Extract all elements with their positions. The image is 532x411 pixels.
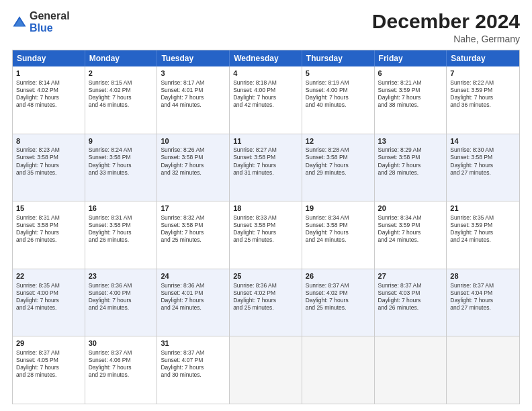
day-number: 4 — [233, 68, 298, 79]
calendar-cell-empty — [375, 336, 447, 404]
calendar-cell-11: 11Sunrise: 8:27 AM Sunset: 3:58 PM Dayli… — [230, 134, 302, 201]
calendar-cell-10: 10Sunrise: 8:26 AM Sunset: 3:58 PM Dayli… — [157, 134, 230, 201]
logo-general: General — [30, 10, 70, 21]
header-monday: Monday — [85, 50, 158, 66]
calendar-row-5: 29Sunrise: 8:37 AM Sunset: 4:05 PM Dayli… — [13, 336, 519, 404]
calendar-cell-31: 31Sunrise: 8:37 AM Sunset: 4:07 PM Dayli… — [157, 336, 230, 404]
calendar-cell-23: 23Sunrise: 8:36 AM Sunset: 4:00 PM Dayli… — [85, 269, 158, 336]
day-number: 9 — [89, 136, 154, 146]
day-info: Sunrise: 8:21 AM Sunset: 3:59 PM Dayligh… — [378, 79, 443, 109]
day-info: Sunrise: 8:36 AM Sunset: 4:01 PM Dayligh… — [161, 282, 226, 312]
day-info: Sunrise: 8:37 AM Sunset: 4:03 PM Dayligh… — [378, 282, 443, 312]
calendar-cell-25: 25Sunrise: 8:36 AM Sunset: 4:02 PM Dayli… — [230, 269, 302, 336]
day-number: 11 — [233, 136, 298, 146]
calendar-cell-7: 7Sunrise: 8:22 AM Sunset: 3:59 PM Daylig… — [447, 66, 519, 134]
calendar-cell-16: 16Sunrise: 8:31 AM Sunset: 3:58 PM Dayli… — [85, 201, 158, 269]
day-info: Sunrise: 8:35 AM Sunset: 3:59 PM Dayligh… — [450, 214, 516, 244]
calendar-cell-2: 2Sunrise: 8:15 AM Sunset: 4:02 PM Daylig… — [85, 66, 158, 134]
day-info: Sunrise: 8:31 AM Sunset: 3:58 PM Dayligh… — [89, 214, 154, 244]
day-info: Sunrise: 8:19 AM Sunset: 4:00 PM Dayligh… — [306, 79, 371, 109]
day-info: Sunrise: 8:29 AM Sunset: 3:58 PM Dayligh… — [378, 146, 443, 176]
day-number: 17 — [161, 203, 226, 214]
day-number: 19 — [306, 203, 371, 214]
day-info: Sunrise: 8:34 AM Sunset: 3:58 PM Dayligh… — [306, 214, 371, 244]
header-thursday: Thursday — [302, 50, 375, 66]
calendar-cell-30: 30Sunrise: 8:37 AM Sunset: 4:06 PM Dayli… — [85, 336, 158, 404]
calendar-row-3: 15Sunrise: 8:31 AM Sunset: 3:58 PM Dayli… — [13, 201, 519, 269]
day-info: Sunrise: 8:37 AM Sunset: 4:05 PM Dayligh… — [16, 349, 81, 379]
calendar-cell-1: 1Sunrise: 8:14 AM Sunset: 4:02 PM Daylig… — [13, 66, 85, 134]
calendar: Sunday Monday Tuesday Wednesday Thursday… — [12, 50, 520, 404]
day-number: 23 — [89, 271, 154, 281]
calendar-cell-9: 9Sunrise: 8:24 AM Sunset: 3:58 PM Daylig… — [85, 134, 158, 201]
day-number: 5 — [306, 68, 371, 79]
day-number: 3 — [161, 68, 226, 79]
calendar-cell-21: 21Sunrise: 8:35 AM Sunset: 3:59 PM Dayli… — [447, 201, 519, 269]
logo-text: General Blue — [30, 10, 70, 34]
day-number: 20 — [378, 203, 443, 214]
calendar-body: 1Sunrise: 8:14 AM Sunset: 4:02 PM Daylig… — [13, 66, 519, 404]
month-title: December 2024 — [372, 10, 520, 32]
calendar-cell-22: 22Sunrise: 8:35 AM Sunset: 4:00 PM Dayli… — [13, 269, 85, 336]
calendar-row-4: 22Sunrise: 8:35 AM Sunset: 4:00 PM Dayli… — [13, 269, 519, 336]
day-number: 24 — [161, 271, 226, 281]
day-info: Sunrise: 8:34 AM Sunset: 3:59 PM Dayligh… — [378, 214, 443, 244]
day-info: Sunrise: 8:37 AM Sunset: 4:07 PM Dayligh… — [161, 349, 226, 379]
header-tuesday: Tuesday — [157, 50, 230, 66]
logo-blue: Blue — [30, 22, 53, 34]
day-info: Sunrise: 8:18 AM Sunset: 4:00 PM Dayligh… — [233, 79, 298, 109]
day-number: 18 — [233, 203, 298, 214]
day-number: 15 — [16, 203, 81, 214]
calendar-cell-empty — [230, 336, 302, 404]
title-block: December 2024 Nahe, Germany — [372, 10, 520, 44]
day-number: 14 — [450, 136, 516, 146]
calendar-cell-18: 18Sunrise: 8:33 AM Sunset: 3:58 PM Dayli… — [230, 201, 302, 269]
day-info: Sunrise: 8:36 AM Sunset: 4:00 PM Dayligh… — [89, 282, 154, 312]
calendar-cell-3: 3Sunrise: 8:17 AM Sunset: 4:01 PM Daylig… — [157, 66, 230, 134]
day-info: Sunrise: 8:37 AM Sunset: 4:02 PM Dayligh… — [306, 282, 371, 312]
day-info: Sunrise: 8:26 AM Sunset: 3:58 PM Dayligh… — [161, 146, 226, 176]
calendar-cell-17: 17Sunrise: 8:32 AM Sunset: 3:58 PM Dayli… — [157, 201, 230, 269]
header-saturday: Saturday — [447, 50, 519, 66]
calendar-cell-empty — [447, 336, 519, 404]
day-number: 21 — [450, 203, 516, 214]
day-info: Sunrise: 8:32 AM Sunset: 3:58 PM Dayligh… — [161, 214, 226, 244]
calendar-cell-4: 4Sunrise: 8:18 AM Sunset: 4:00 PM Daylig… — [230, 66, 302, 134]
day-info: Sunrise: 8:24 AM Sunset: 3:58 PM Dayligh… — [89, 146, 154, 176]
calendar-cell-5: 5Sunrise: 8:19 AM Sunset: 4:00 PM Daylig… — [302, 66, 375, 134]
day-number: 7 — [450, 68, 516, 79]
calendar-cell-29: 29Sunrise: 8:37 AM Sunset: 4:05 PM Dayli… — [13, 336, 85, 404]
calendar-cell-14: 14Sunrise: 8:30 AM Sunset: 3:58 PM Dayli… — [447, 134, 519, 201]
day-number: 2 — [89, 68, 154, 79]
calendar-cell-13: 13Sunrise: 8:29 AM Sunset: 3:58 PM Dayli… — [375, 134, 447, 201]
logo: General Blue — [12, 10, 70, 34]
day-number: 31 — [161, 338, 226, 349]
day-info: Sunrise: 8:37 AM Sunset: 4:04 PM Dayligh… — [450, 282, 516, 312]
day-info: Sunrise: 8:37 AM Sunset: 4:06 PM Dayligh… — [89, 349, 154, 379]
day-info: Sunrise: 8:15 AM Sunset: 4:02 PM Dayligh… — [89, 79, 154, 109]
day-info: Sunrise: 8:22 AM Sunset: 3:59 PM Dayligh… — [450, 79, 516, 109]
day-number: 25 — [233, 271, 298, 281]
day-number: 12 — [306, 136, 371, 146]
calendar-cell-24: 24Sunrise: 8:36 AM Sunset: 4:01 PM Dayli… — [157, 269, 230, 336]
day-info: Sunrise: 8:27 AM Sunset: 3:58 PM Dayligh… — [233, 146, 298, 176]
day-number: 1 — [16, 68, 81, 79]
calendar-cell-8: 8Sunrise: 8:23 AM Sunset: 3:58 PM Daylig… — [13, 134, 85, 201]
calendar-cell-27: 27Sunrise: 8:37 AM Sunset: 4:03 PM Dayli… — [375, 269, 447, 336]
day-number: 8 — [16, 136, 81, 146]
logo-icon — [12, 15, 27, 30]
day-info: Sunrise: 8:23 AM Sunset: 3:58 PM Dayligh… — [16, 146, 81, 176]
day-info: Sunrise: 8:30 AM Sunset: 3:58 PM Dayligh… — [450, 146, 516, 176]
day-number: 30 — [89, 338, 154, 349]
calendar-row-2: 8Sunrise: 8:23 AM Sunset: 3:58 PM Daylig… — [13, 134, 519, 201]
day-number: 27 — [378, 271, 443, 281]
day-info: Sunrise: 8:35 AM Sunset: 4:00 PM Dayligh… — [16, 282, 81, 312]
header-sunday: Sunday — [13, 50, 85, 66]
calendar-cell-6: 6Sunrise: 8:21 AM Sunset: 3:59 PM Daylig… — [375, 66, 447, 134]
calendar-header: Sunday Monday Tuesday Wednesday Thursday… — [13, 50, 519, 66]
day-number: 26 — [306, 271, 371, 281]
day-info: Sunrise: 8:36 AM Sunset: 4:02 PM Dayligh… — [233, 282, 298, 312]
day-info: Sunrise: 8:17 AM Sunset: 4:01 PM Dayligh… — [161, 79, 226, 109]
calendar-cell-empty — [302, 336, 375, 404]
calendar-cell-26: 26Sunrise: 8:37 AM Sunset: 4:02 PM Dayli… — [302, 269, 375, 336]
